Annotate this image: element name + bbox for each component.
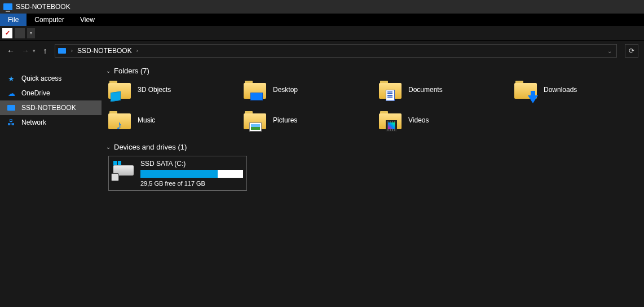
menu-file[interactable]: File (0, 14, 27, 26)
qat-dropdown[interactable]: ▾ (27, 28, 35, 38)
computer-icon (58, 46, 67, 55)
refresh-button[interactable]: ⟳ (625, 44, 638, 58)
group-folders-header[interactable]: ⌄ Folders (7) (106, 67, 641, 75)
folder-music[interactable]: ♪ Music (108, 110, 244, 130)
folder-3d-objects[interactable]: 3D Objects (108, 80, 244, 100)
folder-icon: ♪ (108, 110, 131, 130)
folder-label: Music (138, 116, 155, 124)
breadcrumb-root[interactable]: SSD-NOTEBOOK (77, 47, 132, 55)
chevron-down-icon: ⌄ (106, 68, 111, 74)
cloud-icon: ☁ (7, 89, 16, 98)
sidebar-onedrive[interactable]: ☁ OneDrive (0, 86, 102, 100)
drive-c[interactable]: SSD SATA (C:) 29,5 GB free of 117 GB (108, 156, 247, 191)
folder-label: 3D Objects (138, 86, 171, 94)
drive-name: SSD SATA (C:) (140, 160, 243, 168)
folder-documents[interactable]: Documents (379, 80, 514, 100)
menu-computer[interactable]: Computer (27, 14, 72, 26)
forward-button[interactable]: → (20, 46, 30, 56)
folder-label: Documents (408, 86, 443, 94)
folder-downloads[interactable]: Downloads (514, 80, 644, 100)
address-dropdown-icon[interactable]: ⌄ (605, 48, 614, 54)
up-button[interactable]: ↑ (40, 46, 50, 56)
sidebar-network[interactable]: 🖧 Network (0, 115, 102, 130)
sidebar-item-label: Network (21, 119, 46, 126)
computer-icon (7, 103, 16, 112)
breadcrumb-sep-icon: › (71, 48, 73, 54)
history-dropdown[interactable]: ▾ (33, 48, 36, 54)
drive-usage-fill (140, 170, 218, 178)
folder-icon (379, 110, 402, 130)
folder-icon (514, 80, 537, 100)
drive-usage-bar (140, 170, 243, 178)
folder-pictures[interactable]: Pictures (244, 110, 379, 130)
folder-label: Videos (408, 116, 429, 124)
back-button[interactable]: ← (6, 46, 16, 56)
folder-videos[interactable]: Videos (379, 110, 514, 130)
group-label: Folders (7) (114, 67, 149, 75)
network-icon: 🖧 (7, 118, 16, 127)
drive-subtitle: 29,5 GB free of 117 GB (140, 180, 243, 187)
navigation-row: ← → ▾ ↑ › SSD-NOTEBOOK › ⌄ ⟳ (0, 41, 644, 61)
folder-icon (244, 80, 266, 100)
sidebar-item-label: OneDrive (21, 89, 50, 97)
menubar: File Computer View (0, 14, 644, 26)
breadcrumb-sep-icon: › (136, 48, 138, 54)
properties-button[interactable]: ✓ (2, 28, 12, 38)
star-icon: ★ (7, 74, 16, 83)
qat-button[interactable] (15, 28, 25, 38)
folder-label: Desktop (273, 86, 298, 94)
titlebar: SSD-NOTEBOOK (0, 0, 644, 14)
folder-label: Downloads (544, 86, 577, 94)
computer-icon (3, 2, 12, 11)
navigation-pane: ★ Quick access ☁ OneDrive SSD-NOTEBOOK 🖧… (0, 61, 102, 307)
group-label: Devices and drives (1) (114, 143, 187, 151)
folder-icon (244, 110, 266, 130)
folder-label: Pictures (273, 116, 297, 124)
quick-access-toolbar: ✓ ▾ (0, 26, 644, 41)
address-bar[interactable]: › SSD-NOTEBOOK › ⌄ (55, 44, 617, 58)
sidebar-item-label: SSD-NOTEBOOK (21, 104, 76, 112)
folder-icon (379, 80, 402, 100)
folder-desktop[interactable]: Desktop (244, 80, 379, 100)
folder-icon (108, 80, 131, 100)
sidebar-quick-access[interactable]: ★ Quick access (0, 71, 102, 86)
drive-icon (112, 160, 135, 180)
chevron-down-icon: ⌄ (106, 144, 111, 150)
group-drives-header[interactable]: ⌄ Devices and drives (1) (106, 143, 641, 151)
window-title: SSD-NOTEBOOK (16, 3, 70, 11)
menu-view[interactable]: View (72, 14, 103, 26)
content-pane: ⌄ Folders (7) 3D Objects Desktop Documen… (102, 61, 644, 307)
sidebar-this-pc[interactable]: SSD-NOTEBOOK (0, 100, 102, 115)
sidebar-item-label: Quick access (21, 74, 61, 82)
